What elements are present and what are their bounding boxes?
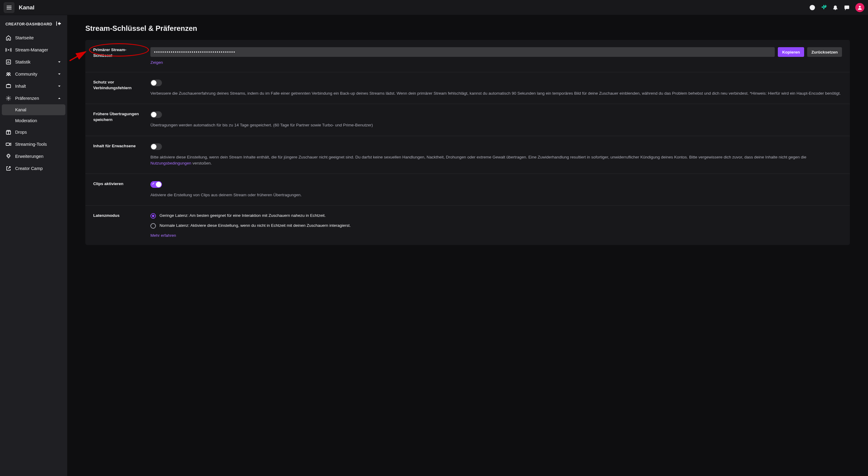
- sidebar-item-stats[interactable]: Statistik: [0, 56, 67, 68]
- setting-description: Bitte aktiviere diese Einstellung, wenn …: [150, 154, 842, 167]
- sidebar-item-label: Streaming-Tools: [15, 142, 62, 147]
- copy-button[interactable]: Kopieren: [778, 47, 804, 57]
- topbar-left: Kanal: [4, 2, 34, 13]
- radio-input[interactable]: [150, 213, 156, 219]
- setting-content: Übertragungen werden automatisch für bis…: [150, 111, 842, 128]
- main-content: Stream-Schlüssel & Präferenzen Primärer …: [67, 15, 868, 476]
- external-link-icon: [5, 165, 11, 171]
- svg-rect-9: [6, 85, 10, 88]
- setting-store-past: Frühere Übertragungen speichern Übertrag…: [85, 104, 850, 136]
- setting-label: Clips aktivieren: [93, 181, 143, 198]
- svg-point-8: [9, 73, 10, 74]
- whispers-button[interactable]: [844, 4, 850, 10]
- svg-rect-4: [56, 22, 57, 26]
- setting-label: Primärer Stream-Schlüssel: [93, 47, 143, 65]
- sidebar-header-title: CREATOR-DASHBOARD: [5, 22, 52, 26]
- toggle-clips[interactable]: [150, 181, 162, 188]
- sidebar-item-creator-camp[interactable]: Creator Camp: [0, 162, 67, 174]
- bell-icon: [832, 4, 838, 10]
- show-link[interactable]: Zeigen: [150, 60, 163, 65]
- sidebar-item-label: Creator Camp: [15, 166, 62, 171]
- radio-input[interactable]: [150, 223, 156, 229]
- sidebar-item-label: Erweiterungen: [15, 154, 62, 159]
- toggle-disconnect-protection[interactable]: [150, 79, 162, 86]
- sidebar-header: CREATOR-DASHBOARD: [0, 18, 67, 32]
- sidebar-item-label: Drops: [15, 130, 62, 135]
- collapse-button[interactable]: [56, 21, 62, 28]
- community-icon: [5, 71, 11, 77]
- radio-label: Geringe Latenz: Am besten geeignet für e…: [159, 213, 326, 219]
- setting-description: Verbessere die Zuschauererfahrung deines…: [150, 91, 842, 97]
- sidebar-item-community[interactable]: Community: [0, 68, 67, 80]
- tos-link[interactable]: Nutzungsbedingungen: [150, 161, 191, 165]
- notifications-button[interactable]: [832, 4, 838, 10]
- chevron-down-icon: [57, 60, 62, 64]
- settings-panel: Primärer Stream-Schlüssel Kopieren Zurüc…: [85, 40, 850, 245]
- sidebar-item-streaming-tools[interactable]: Streaming-Tools: [0, 138, 67, 150]
- layout: CREATOR-DASHBOARD Startseite Stream-Mana…: [0, 15, 868, 476]
- sidebar-subitem-channel[interactable]: Kanal: [2, 104, 65, 115]
- broadcast-icon: [5, 47, 11, 53]
- sidebar-item-label: Kanal: [15, 107, 26, 112]
- sidebar-item-drops[interactable]: Drops: [0, 126, 67, 138]
- chevron-up-icon: [57, 96, 62, 101]
- svg-rect-12: [6, 143, 9, 145]
- hamburger-button[interactable]: [4, 2, 14, 13]
- drops-icon: [5, 129, 11, 135]
- sidebar-subitem-moderation[interactable]: Moderation: [0, 115, 67, 126]
- topbar-right: [809, 3, 864, 12]
- chevron-down-icon: [57, 84, 62, 89]
- toggle-mature-content[interactable]: [150, 143, 162, 150]
- svg-point-3: [859, 6, 861, 7]
- setting-mature-content: Inhalt für Erwachsene Bitte aktiviere di…: [85, 136, 850, 174]
- sparkle-icon: [821, 4, 827, 10]
- sidebar-item-content[interactable]: Inhalt: [0, 80, 67, 92]
- comment-icon: [844, 4, 850, 10]
- sidebar-item-label: Statistik: [15, 60, 53, 64]
- svg-point-10: [8, 98, 9, 99]
- svg-point-1: [812, 8, 813, 9]
- page-title: Kanal: [19, 4, 34, 11]
- sparkle-button[interactable]: [821, 4, 827, 10]
- main-title: Stream-Schlüssel & Präferenzen: [85, 24, 850, 33]
- user-icon: [857, 5, 863, 10]
- sidebar-item-label: Community: [15, 72, 53, 76]
- topbar: Kanal: [0, 0, 868, 15]
- gear-icon: [5, 95, 11, 101]
- sidebar-item-label: Stream-Manager: [15, 47, 62, 52]
- setting-clips: Clips aktivieren Aktiviere die Erstellun…: [85, 174, 850, 206]
- setting-latency: Latenzmodus Geringe Latenz: Am besten ge…: [85, 206, 850, 245]
- sidebar-item-label: Moderation: [15, 118, 37, 123]
- sidebar-item-preferences[interactable]: Präferenzen: [0, 92, 67, 104]
- setting-description: Aktiviere die Erstellung von Clips aus d…: [150, 192, 842, 198]
- setting-label: Frühere Übertragungen speichern: [93, 111, 143, 128]
- help-icon: [809, 4, 815, 10]
- sidebar-item-extensions[interactable]: Erweiterungen: [0, 150, 67, 162]
- setting-content: Bitte aktiviere diese Einstellung, wenn …: [150, 143, 842, 167]
- setting-content: Geringe Latenz: Am besten geeignet für e…: [150, 213, 842, 238]
- sidebar-item-label: Inhalt: [15, 84, 53, 89]
- setting-label: Schutz vor Verbindungsfehlern: [93, 79, 143, 97]
- setting-stream-key: Primärer Stream-Schlüssel Kopieren Zurüc…: [85, 40, 850, 72]
- radio-low-latency[interactable]: Geringe Latenz: Am besten geeignet für e…: [150, 213, 842, 219]
- user-avatar[interactable]: [855, 3, 864, 12]
- stream-key-label: Primärer Stream-Schlüssel: [93, 47, 126, 58]
- help-button[interactable]: [809, 4, 815, 10]
- setting-label: Inhalt für Erwachsene: [93, 143, 143, 167]
- sidebar-item-home[interactable]: Startseite: [0, 32, 67, 44]
- stream-key-input[interactable]: [150, 47, 775, 57]
- reset-button[interactable]: Zurücksetzen: [807, 47, 842, 57]
- learn-more-link[interactable]: Mehr erfahren: [150, 233, 176, 238]
- extensions-icon: [5, 153, 11, 159]
- svg-point-7: [7, 73, 8, 74]
- radio-normal-latency[interactable]: Normale Latenz: Aktiviere diese Einstell…: [150, 223, 842, 229]
- toggle-store-past[interactable]: [150, 111, 162, 118]
- setting-content: Aktiviere die Erstellung von Clips aus d…: [150, 181, 842, 198]
- setting-label: Latenzmodus: [93, 213, 143, 238]
- setting-description: Übertragungen werden automatisch für bis…: [150, 122, 842, 128]
- sidebar-item-stream-manager[interactable]: Stream-Manager: [0, 44, 67, 56]
- sidebar-item-label: Präferenzen: [15, 96, 53, 101]
- chevron-down-icon: [57, 72, 62, 76]
- sidebar: CREATOR-DASHBOARD Startseite Stream-Mana…: [0, 15, 67, 476]
- hamburger-icon: [6, 4, 12, 10]
